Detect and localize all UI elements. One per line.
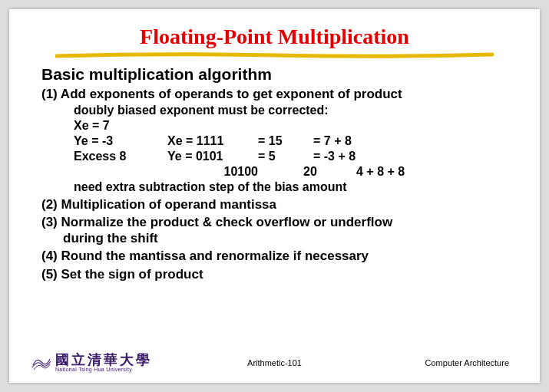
example-row-4: 10100 20 4 + 8 + 8: [41, 164, 508, 180]
eg-xe: Xe = 7: [74, 118, 167, 133]
university-logo: 國立清華大學 National Tsing Hua University: [31, 353, 152, 372]
eg-r2c2: = 5: [258, 149, 313, 164]
step-4: (4) Round the mantissa and renormalize i…: [41, 248, 508, 264]
course-name: Computer Architecture: [425, 358, 509, 367]
step-1-note: doubly biased exponent must be corrected…: [74, 103, 508, 118]
subtitle: Basic multiplication algorithm: [41, 64, 508, 84]
eg-excess: Excess 8: [74, 149, 167, 164]
step-3: (3) Normalize the product & check overfl…: [41, 214, 508, 247]
step-3-line1: (3) Normalize the product & check overfl…: [41, 215, 392, 229]
eg-r3c3: 4 + 8 + 8: [338, 164, 441, 180]
eg-r3c1: 10100: [167, 164, 283, 180]
logo-chinese: 國立清華大學: [55, 353, 152, 367]
step-5: (5) Set the sign of product: [41, 266, 508, 282]
step-1-conclusion: need extra subtraction step of the bias …: [74, 180, 508, 195]
example-row-1: Xe = 7: [41, 118, 508, 133]
title-underline: [55, 52, 494, 57]
step-1-heading: (1) Add exponents of operands to get exp…: [41, 86, 508, 102]
eg-r2c3: = -3 + 8: [313, 149, 398, 164]
slide: Floating-Point Multiplication Basic mult…: [9, 9, 540, 383]
example-row-3: Excess 8 Ye = 0101 = 5 = -3 + 8: [41, 149, 508, 164]
footer: 國立清華大學 National Tsing Hua University Ari…: [9, 353, 540, 372]
logo-english: National Tsing Hua University: [55, 367, 152, 372]
eg-r3c2: 20: [283, 164, 338, 180]
logo-text: 國立清華大學 National Tsing Hua University: [55, 353, 152, 372]
step-2: (2) Multiplication of operand mantissa: [41, 196, 508, 212]
slide-title: Floating-Point Multiplication: [9, 9, 540, 52]
eg-r2c1: Ye = 0101: [167, 149, 258, 164]
logo-icon: [31, 354, 52, 371]
slide-content: Basic multiplication algorithm (1) Add e…: [9, 64, 540, 282]
slide-number: Arithmetic-101: [247, 358, 302, 367]
eg-r1c1: Xe = 1111: [167, 133, 258, 149]
example-row-2: Ye = -3 Xe = 1111 = 15 = 7 + 8: [41, 133, 508, 149]
step-3-line2: during the shift: [63, 230, 508, 246]
eg-ye: Ye = -3: [74, 133, 167, 149]
eg-r1c2: = 15: [258, 133, 313, 149]
eg-r1c3: = 7 + 8: [313, 133, 398, 149]
